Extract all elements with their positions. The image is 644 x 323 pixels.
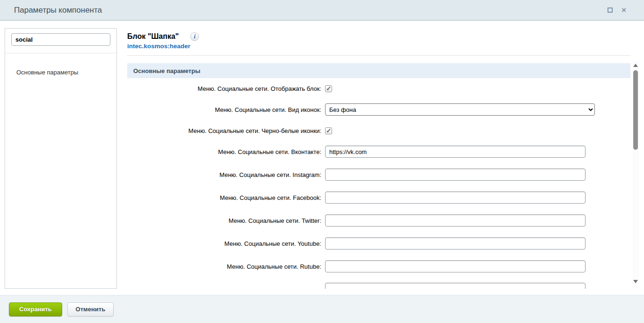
form-scroll-area: Основные параметры Меню. Социальные сети… — [127, 61, 639, 289]
field-label: Меню. Социальные сети. Facebook: — [127, 194, 325, 201]
youtube-url-input[interactable] — [325, 237, 586, 250]
field-row-youtube: Меню. Социальные сети. Youtube: — [127, 237, 630, 250]
field-row-bw-icons: Меню. Социальные сети. Черно-белые иконк… — [127, 125, 630, 137]
cancel-button[interactable]: Отменить — [67, 302, 114, 316]
field-label: Меню. Социальные сети. Twitter: — [127, 217, 325, 224]
dialog-titlebar: Параметры компонента × — [0, 0, 644, 21]
sidebar-divider — [5, 53, 116, 53]
field-row-facebook: Меню. Социальные сети. Facebook: — [127, 191, 630, 204]
field-label: Меню. Социальные сети. Вид иконок: — [127, 106, 325, 113]
field-row-vkontakte: Меню. Социальные сети. Вконтакте: — [127, 146, 630, 158]
parameter-search-input[interactable] — [11, 33, 110, 46]
field-row-twitter: Меню. Социальные сети. Twitter: — [127, 214, 630, 227]
component-header: Блок "Шапка" i intec.kosmos:header — [127, 32, 630, 56]
display-block-checkbox[interactable] — [325, 85, 332, 92]
scrollbar-thumb[interactable] — [633, 70, 638, 150]
field-label: Меню. Социальные сети. Вконтакте: — [127, 148, 325, 155]
dialog-body: Основные параметры Блок "Шапка" i intec.… — [0, 21, 644, 295]
field-label: Меню. Социальные сети. Instagram: — [127, 171, 325, 178]
window-controls: × — [608, 6, 630, 14]
twitter-url-input[interactable] — [325, 214, 586, 227]
field-row-instagram: Меню. Социальные сети. Instagram: — [127, 169, 630, 181]
partial-url-input[interactable] — [325, 283, 586, 289]
facebook-url-input[interactable] — [325, 191, 586, 204]
component-title: Блок "Шапка" — [127, 32, 179, 41]
scroll-down-icon[interactable] — [633, 280, 638, 283]
field-label: Меню. Социальные сети. Youtube: — [127, 240, 325, 247]
field-row-display-block: Меню. Социальные сети. Отображать блок: — [127, 82, 630, 95]
form-content: Основные параметры Меню. Социальные сети… — [127, 63, 630, 289]
section-header-main-parameters: Основные параметры — [127, 63, 630, 78]
info-icon[interactable]: i — [190, 32, 199, 41]
sidebar-item-main-parameters[interactable]: Основные параметры — [5, 69, 116, 76]
component-code-link[interactable]: intec.kosmos:header — [127, 43, 630, 50]
field-row-partial — [127, 283, 630, 289]
field-label: Меню. Социальные сети. Rutube: — [127, 263, 325, 270]
resize-window-icon[interactable] — [608, 7, 613, 13]
field-row-rutube: Меню. Социальные сети. Rutube: — [127, 260, 630, 272]
save-button[interactable]: Сохранить — [9, 302, 62, 316]
dialog-title: Параметры компонента — [14, 6, 102, 15]
instagram-url-input[interactable] — [325, 169, 586, 181]
parameters-sidebar: Основные параметры — [5, 28, 117, 289]
component-parameters-dialog: Параметры компонента × Основные параметр… — [0, 0, 644, 323]
vertical-scrollbar[interactable] — [632, 61, 639, 289]
vkontakte-url-input[interactable] — [325, 146, 586, 158]
scroll-up-icon[interactable] — [633, 64, 638, 67]
icon-style-select[interactable]: Без фона — [325, 103, 595, 116]
header-divider — [127, 55, 630, 56]
field-label: Меню. Социальные сети. Отображать блок: — [127, 85, 325, 92]
rutube-url-input[interactable] — [325, 260, 586, 272]
close-icon[interactable]: × — [622, 6, 626, 14]
field-row-icon-style: Меню. Социальные сети. Вид иконок: Без ф… — [127, 103, 630, 116]
bw-icons-checkbox[interactable] — [325, 127, 332, 134]
dialog-footer: Сохранить Отменить — [0, 295, 644, 323]
field-label: Меню. Социальные сети. Черно-белые иконк… — [127, 127, 325, 134]
